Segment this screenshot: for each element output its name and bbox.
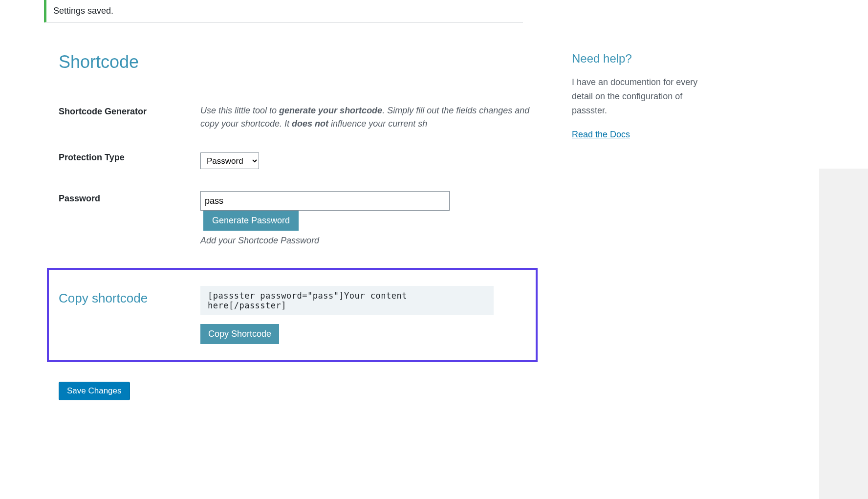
right-gutter: [819, 169, 868, 400]
password-input[interactable]: [200, 191, 450, 211]
help-text: I have an documention for every detail o…: [572, 75, 718, 117]
copy-shortcode-highlight: Copy shortcode [passster password="pass"…: [47, 268, 538, 362]
notice-message: Settings saved.: [52, 5, 517, 17]
generate-password-button[interactable]: Generate Password: [203, 211, 299, 231]
copy-shortcode-button[interactable]: Copy Shortcode: [200, 324, 279, 344]
shortcode-generator-description: Use this little tool to generate your sh…: [200, 104, 533, 130]
protection-type-label: Protection Type: [59, 138, 195, 184]
password-hint: Add your Shortcode Password: [200, 236, 533, 246]
save-changes-button[interactable]: Save Changes: [59, 382, 130, 400]
shortcode-output: [passster password="pass"]Your content h…: [200, 286, 494, 315]
read-the-docs-link[interactable]: Read the Docs: [572, 130, 630, 139]
notice-success: Settings saved.: [44, 0, 523, 22]
password-label: Password: [59, 184, 195, 253]
protection-type-select[interactable]: Password: [200, 152, 259, 169]
shortcode-generator-label: Shortcode Generator: [59, 97, 195, 138]
help-title: Need help?: [572, 52, 718, 65]
section-title: Shortcode: [59, 52, 538, 72]
copy-shortcode-label: Copy shortcode: [59, 279, 195, 351]
